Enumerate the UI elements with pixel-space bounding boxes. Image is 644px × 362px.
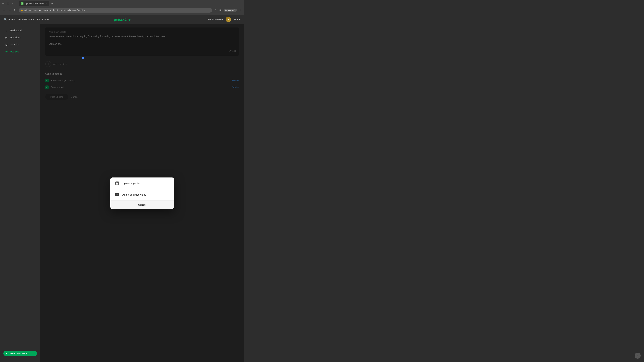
main-layout: ⌂ Dashboard ◎ Donations ⊡ Transfers ✉ Up…	[0, 24, 244, 362]
download-app-button[interactable]: ⬇ Download our free app	[3, 351, 37, 356]
modal: Upload a photo Add a YouTube video	[110, 177, 174, 209]
youtube-option[interactable]: Add a YouTube video	[110, 189, 174, 201]
sidebar-item-dashboard[interactable]: ⌂ Dashboard	[1, 27, 39, 34]
sidebar-label-transfers: Transfers	[10, 43, 20, 46]
home-icon: ⌂	[5, 29, 8, 32]
user-menu[interactable]: Jane ▾	[234, 18, 240, 21]
page: 🔍 Search For individuals ▾ For charities…	[0, 15, 244, 362]
youtube-label: Add a YouTube video	[122, 193, 146, 196]
sidebar-label-dashboard: Dashboard	[10, 29, 22, 32]
svg-point-1	[116, 182, 117, 183]
navbar-left: 🔍 Search For individuals ▾ For charities	[4, 18, 49, 21]
sidebar-item-donations[interactable]: ◎ Donations	[1, 34, 39, 41]
transfers-icon: ⊡	[5, 43, 8, 46]
address-bar: ← → ↻ 🔒 gofundme.com/manage/wdywu-donate…	[0, 7, 244, 13]
youtube-icon	[114, 192, 120, 197]
sidebar-label-updates: Updates	[10, 50, 19, 53]
browser-chrome: ─ □ × G Updates - GoFundMe × + ← → ↻ 🔒 g…	[0, 0, 244, 15]
for-individuals-label: For individuals	[18, 18, 32, 21]
title-bar: ─ □ × G Updates - GoFundMe × +	[0, 0, 244, 7]
extensions-button[interactable]: ⊞	[218, 8, 222, 12]
your-fundraisers-link[interactable]: Your fundraisers	[207, 18, 223, 21]
incognito-badge[interactable]: Incognito (2)	[224, 9, 237, 11]
more-button[interactable]: ⋮	[238, 8, 242, 12]
search-button[interactable]: 🔍 Search	[4, 18, 14, 21]
maximize-button[interactable]: □	[6, 1, 10, 5]
updates-icon: ✉	[5, 50, 8, 53]
upload-photo-icon	[114, 180, 120, 186]
url-text: gofundme.com/manage/wdywu-donate-for-the…	[24, 9, 85, 11]
addr-actions: ☆ ⊞ Incognito (2) ⋮	[214, 8, 242, 12]
upload-photo-option[interactable]: Upload a photo	[110, 177, 174, 189]
sidebar-item-transfers[interactable]: ⊡ Transfers	[1, 41, 39, 48]
back-button[interactable]: ←	[2, 8, 7, 12]
minimize-button[interactable]: ─	[1, 1, 5, 5]
url-bar[interactable]: 🔒 gofundme.com/manage/wdywu-donate-for-t…	[19, 8, 212, 12]
active-tab[interactable]: G Updates - GoFundMe ×	[19, 1, 49, 6]
navbar-right: Your fundraisers J Jane ▾	[207, 17, 240, 22]
close-tab-button[interactable]: ×	[46, 2, 47, 5]
tab-favicon: G	[21, 2, 24, 5]
search-icon: 🔍	[4, 18, 7, 21]
sidebar-bottom: ⬇ Download our free app	[0, 348, 40, 359]
logo[interactable]: gofundme	[114, 17, 130, 22]
sidebar-item-updates[interactable]: ✉ Updates	[1, 48, 39, 55]
sidebar-wrapper: ⌂ Dashboard ◎ Donations ⊡ Transfers ✉ Up…	[0, 27, 40, 359]
tab-title: Updates - GoFundMe	[25, 2, 44, 5]
close-window-button[interactable]: ×	[11, 1, 15, 5]
sidebar-label-donations: Donations	[10, 36, 21, 39]
for-charities-link[interactable]: For charities	[37, 18, 49, 21]
forward-button[interactable]: →	[8, 8, 12, 12]
modal-cancel-button[interactable]: Cancel	[110, 201, 174, 209]
sidebar: ⌂ Dashboard ◎ Donations ⊡ Transfers ✉ Up…	[0, 24, 40, 362]
overlay[interactable]: Upload a photo Add a YouTube video	[40, 24, 244, 362]
donations-icon: ◎	[5, 36, 8, 39]
for-charities-label: For charities	[37, 18, 49, 21]
lock-icon: 🔒	[21, 9, 23, 11]
download-app-label: Download our free app	[9, 352, 29, 355]
avatar: J	[226, 17, 231, 22]
upload-photo-label: Upload a photo	[122, 182, 140, 185]
for-individuals-menu[interactable]: For individuals ▾	[18, 18, 34, 21]
sidebar-nav: ⌂ Dashboard ◎ Donations ⊡ Transfers ✉ Up…	[0, 27, 40, 348]
navbar: 🔍 Search For individuals ▾ For charities…	[0, 15, 244, 24]
reload-button[interactable]: ↻	[13, 8, 18, 12]
download-icon: ⬇	[6, 352, 8, 355]
chevron-down-icon: ▾	[33, 18, 34, 21]
content: Write a new update Here's some update wi…	[40, 24, 244, 362]
nav-controls: ← → ↻	[2, 8, 18, 12]
new-tab-button[interactable]: +	[50, 1, 55, 6]
bookmark-button[interactable]: ☆	[214, 8, 218, 12]
search-label: Search	[8, 18, 14, 21]
